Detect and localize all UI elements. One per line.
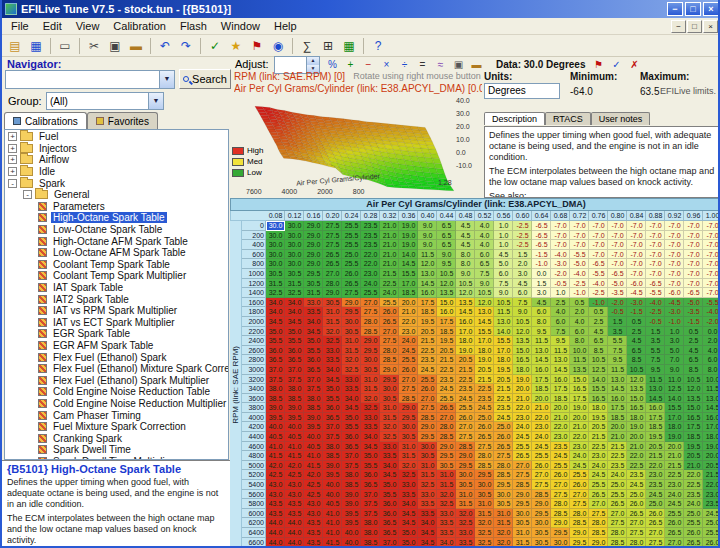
table-cell-4800-0.44[interactable]: 29.5 bbox=[437, 451, 456, 461]
table-cell-5200-0.24[interactable]: 38.0 bbox=[342, 470, 361, 480]
tree-item-fuel-mixture-spark-correction[interactable]: Fuel Mixture Spark Correction bbox=[5, 421, 228, 433]
table-cell-6200-0.36[interactable]: 34.5 bbox=[399, 518, 418, 528]
table-cell-5200-0.84[interactable]: 23.5 bbox=[627, 470, 646, 480]
table-cell-4600-0.20[interactable]: 38.0 bbox=[323, 442, 342, 452]
table-cell-1400-0.92[interactable]: -6.0 bbox=[665, 288, 684, 298]
table-cell-4800-0.12[interactable]: 41.5 bbox=[285, 451, 304, 461]
table-cell-6600-0.32[interactable]: 37.0 bbox=[380, 538, 399, 548]
table-cell-2200-0.32[interactable]: 27.0 bbox=[380, 327, 399, 337]
table-cell-4400-0.48[interactable]: 27.5 bbox=[456, 432, 475, 442]
tree-item-flex-fuel-ethanol-mixture-spark-correction[interactable]: Flex Fuel (Ethanol) Mixture Spark Correc… bbox=[5, 363, 228, 375]
table-cell-4000-0.80[interactable]: 18.5 bbox=[608, 413, 627, 423]
table-cell-200-0.80[interactable]: -7.0 bbox=[608, 231, 627, 241]
table-cell-3800-0.32[interactable]: 31.0 bbox=[380, 403, 399, 413]
table-cell-1400-0.24[interactable]: 27.5 bbox=[342, 288, 361, 298]
table-cell-3200-0.68[interactable]: 16.0 bbox=[551, 375, 570, 385]
table-cell-5800-0.92[interactable]: 24.5 bbox=[665, 499, 684, 509]
table-cell-6400-0.24[interactable]: 40.0 bbox=[342, 528, 361, 538]
row-header-200[interactable]: 200 bbox=[242, 231, 266, 241]
table-cell-6400-0.12[interactable]: 44.0 bbox=[285, 528, 304, 538]
table-cell-3800-0.68[interactable]: 20.0 bbox=[551, 403, 570, 413]
table-cell-5600-0.72[interactable]: 27.0 bbox=[570, 490, 589, 500]
table-cell-5600-0.96[interactable]: 23.5 bbox=[684, 490, 703, 500]
column-header-0.20[interactable]: 0.20 bbox=[323, 211, 342, 221]
table-cell-2000-0.96[interactable]: -1.5 bbox=[684, 317, 703, 327]
table-cell-2000-1.00[interactable]: -2.0 bbox=[703, 317, 720, 327]
table-cell-200-0.64[interactable]: -6.5 bbox=[532, 231, 551, 241]
flags-icon[interactable]: ⚑ bbox=[247, 36, 267, 55]
table-cell-600-0.20[interactable]: 26.5 bbox=[323, 250, 342, 260]
table-cell-3400-0.52[interactable]: 22.5 bbox=[475, 384, 494, 394]
table-cell-2400-0.76[interactable]: 6.5 bbox=[589, 336, 608, 346]
table-cell-2200-0.80[interactable]: 3.5 bbox=[608, 327, 627, 337]
tree-item-cam-phaser-timing[interactable]: Cam Phaser Timing bbox=[5, 409, 228, 421]
collapse-icon[interactable]: - bbox=[8, 179, 17, 188]
table-cell-1800-0.16[interactable]: 33.5 bbox=[304, 307, 323, 317]
table-cell-5600-0.20[interactable]: 40.0 bbox=[323, 490, 342, 500]
table-cell-4000-0.52[interactable]: 25.0 bbox=[475, 413, 494, 423]
table-cell-2400-0.84[interactable]: 4.5 bbox=[627, 336, 646, 346]
table-cell-6600-0.56[interactable]: 32.0 bbox=[494, 538, 513, 548]
table-cell-6000-0.16[interactable]: 43.0 bbox=[304, 509, 323, 519]
table-cell-1200-0.08[interactable]: 31.5 bbox=[266, 279, 285, 289]
table-cell-400-0.24[interactable]: 25.5 bbox=[342, 240, 361, 250]
table-cell-2200-0.48[interactable]: 17.0 bbox=[456, 327, 475, 337]
table-cell-3000-0.84[interactable]: 10.5 bbox=[627, 365, 646, 375]
table-cell-5600-0.56[interactable]: 30.0 bbox=[494, 490, 513, 500]
table-cell-5800-0.56[interactable]: 30.5 bbox=[494, 499, 513, 509]
table-cell-1600-0.68[interactable]: 2.5 bbox=[551, 298, 570, 308]
table-cell-0-0.40[interactable]: 9.0 bbox=[418, 221, 437, 231]
table-cell-200-0.88[interactable]: -7.0 bbox=[646, 231, 665, 241]
table-cell-4600-0.52[interactable]: 27.5 bbox=[475, 442, 494, 452]
table-cell-4200-0.12[interactable]: 40.0 bbox=[285, 422, 304, 432]
table-cell-3800-0.20[interactable]: 36.0 bbox=[323, 403, 342, 413]
tree-item-coolant-temp-spark-table[interactable]: Coolant Temp Spark Table bbox=[5, 259, 228, 271]
table-cell-5400-0.44[interactable]: 31.5 bbox=[437, 480, 456, 490]
table-cell-4600-0.08[interactable]: 41.0 bbox=[266, 442, 285, 452]
table-cell-4600-0.56[interactable]: 26.5 bbox=[494, 442, 513, 452]
tree-item-iat-spark-table[interactable]: IAT Spark Table bbox=[5, 282, 228, 294]
table-cell-4800-0.84[interactable]: 22.0 bbox=[627, 451, 646, 461]
column-header-0.96[interactable]: 0.96 bbox=[684, 211, 703, 221]
table-cell-3400-1.00[interactable]: 11.5 bbox=[703, 384, 720, 394]
row-header-400[interactable]: 400 bbox=[242, 240, 266, 250]
table-cell-3400-0.64[interactable]: 18.5 bbox=[532, 384, 551, 394]
table-cell-1400-0.88[interactable]: -5.5 bbox=[646, 288, 665, 298]
table-cell-4400-0.24[interactable]: 36.0 bbox=[342, 432, 361, 442]
table-cell-3600-0.16[interactable]: 38.0 bbox=[304, 394, 323, 404]
table-cell-5000-0.40[interactable]: 31.0 bbox=[418, 461, 437, 471]
table-cell-4200-0.72[interactable]: 21.0 bbox=[570, 422, 589, 432]
table-cell-1200-0.44[interactable]: 12.0 bbox=[437, 279, 456, 289]
table-cell-4400-0.72[interactable]: 22.0 bbox=[570, 432, 589, 442]
table-cell-1200-1.00[interactable]: -7.0 bbox=[703, 279, 720, 289]
table-cell-2600-0.76[interactable]: 8.5 bbox=[589, 346, 608, 356]
table-cell-6600-0.08[interactable]: 44.0 bbox=[266, 538, 285, 548]
grid-view-icon[interactable]: ⊞ bbox=[318, 36, 338, 55]
table-cell-5200-0.56[interactable]: 28.5 bbox=[494, 470, 513, 480]
table-cell-3600-0.20[interactable]: 35.5 bbox=[323, 394, 342, 404]
column-header-0.68[interactable]: 0.68 bbox=[551, 211, 570, 221]
table-cell-3600-0.60[interactable]: 21.0 bbox=[513, 394, 532, 404]
table-cell-3600-0.56[interactable]: 22.5 bbox=[494, 394, 513, 404]
row-header-4200[interactable]: 4200 bbox=[242, 422, 266, 432]
table-cell-1200-0.92[interactable]: -7.0 bbox=[665, 279, 684, 289]
table-cell-5000-0.24[interactable]: 37.5 bbox=[342, 461, 361, 471]
table-cell-0-0.84[interactable]: -7.0 bbox=[627, 221, 646, 231]
table-cell-5200-0.44[interactable]: 31.0 bbox=[437, 470, 456, 480]
column-header-0.88[interactable]: 0.88 bbox=[646, 211, 665, 221]
table-cell-6000-0.88[interactable]: 26.0 bbox=[646, 509, 665, 519]
table-cell-1200-0.96[interactable]: -7.0 bbox=[684, 279, 703, 289]
table-cell-800-0.48[interactable]: 8.0 bbox=[456, 259, 475, 269]
table-cell-600-0.80[interactable]: -7.0 bbox=[608, 250, 627, 260]
tree-item-low-octane-afm-spark-table[interactable]: Low-Octane AFM Spark Table bbox=[5, 247, 228, 259]
table-cell-1600-0.72[interactable]: 0.5 bbox=[570, 298, 589, 308]
table-cell-2000-0.12[interactable]: 34.5 bbox=[285, 317, 304, 327]
table-cell-2800-0.16[interactable]: 36.0 bbox=[304, 355, 323, 365]
table-cell-1800-0.32[interactable]: 26.0 bbox=[380, 307, 399, 317]
table-cell-4200-0.76[interactable]: 20.5 bbox=[589, 422, 608, 432]
table-cell-0-0.48[interactable]: 4.5 bbox=[456, 221, 475, 231]
tree-item-injectors[interactable]: +Injectors bbox=[5, 143, 228, 155]
table-cell-3600-0.36[interactable]: 28.5 bbox=[399, 394, 418, 404]
table-cell-6200-0.92[interactable]: 26.0 bbox=[665, 518, 684, 528]
table-cell-1400-0.48[interactable]: 12.0 bbox=[456, 288, 475, 298]
